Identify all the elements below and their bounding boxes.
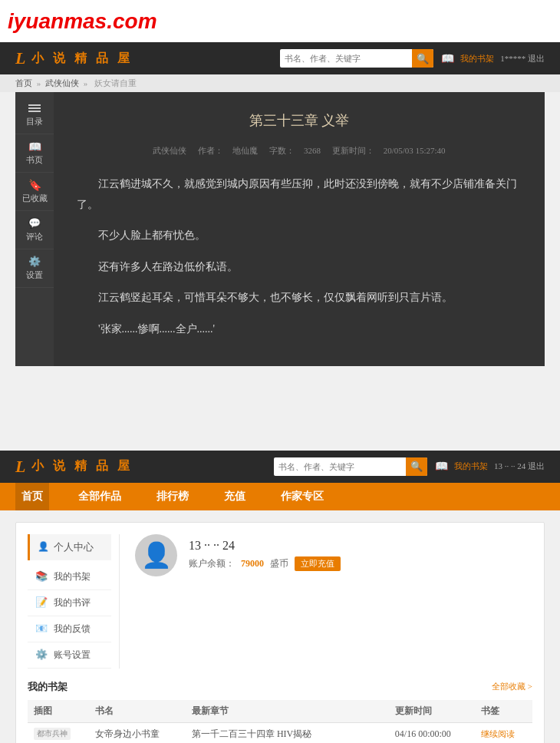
- header-right-reading: 📖 我的书架 1***** 退出: [441, 52, 545, 65]
- breadcrumb-category[interactable]: 武侠仙侠: [45, 78, 79, 88]
- search-input-reading[interactable]: [280, 49, 433, 68]
- bookshelf-link[interactable]: 我的书架: [460, 53, 494, 64]
- sidebar-label-comment: 评论: [26, 231, 43, 243]
- chapter-title: 第三十三章 义举: [77, 107, 522, 134]
- book-icon: 📖: [26, 140, 43, 153]
- nav-author-zone[interactable]: 作家专区: [275, 483, 330, 510]
- bookshelf-icon-2: 📖: [435, 460, 448, 473]
- bookshelf-icon: 📖: [441, 52, 454, 65]
- col-status: 插图: [28, 700, 89, 723]
- search-button-reading[interactable]: 🔍: [412, 49, 433, 68]
- logo-l-icon: L: [15, 48, 28, 68]
- logo-text-2: 小 说 精 品 屋: [31, 458, 133, 474]
- row1-time: 04/16 00:00:00: [389, 722, 475, 743]
- bookshelf-link-2[interactable]: 我的书架: [454, 461, 488, 472]
- person-icon: 👤: [38, 541, 49, 553]
- logo-dashboard: L 小 说 精 品 屋: [15, 457, 133, 477]
- recharge-button[interactable]: 立即充值: [295, 556, 341, 571]
- search-button-dashboard[interactable]: 🔍: [406, 457, 427, 476]
- user-details: 13 ·· ·· 24 账户余额： 79000 盛币 立即充值: [189, 539, 341, 571]
- breadcrumb-home[interactable]: 首页: [15, 78, 32, 88]
- menu-item-feedback-label: 我的反馈: [54, 622, 91, 636]
- breadcrumb-sep2: »: [84, 78, 88, 88]
- reading-layout: 目录 📖 书页 🔖 已收藏 💬 评论: [15, 92, 545, 366]
- bookshelf-section: 我的书架 全部收藏 > 插图 书名 最新章节 更新时间 书签: [16, 680, 544, 743]
- coins-label: 账户余额：: [189, 557, 235, 570]
- sidebar-item-collected[interactable]: 🔖 已收藏: [15, 173, 54, 211]
- col-action: 书签: [475, 700, 532, 723]
- menu-item-feedback[interactable]: 📧 我的反馈: [28, 616, 111, 642]
- meta-wordcount: 3268: [304, 146, 321, 155]
- row1-status: 都市兵神: [28, 722, 89, 743]
- search-box-dashboard: 🔍: [274, 457, 427, 476]
- coins-amount: 79000: [241, 558, 264, 570]
- bookshelf-title: 我的书架: [28, 680, 68, 694]
- sidebar-item-settings[interactable]: ⚙️ 设置: [15, 249, 54, 288]
- user-info-2: 13 ·· ·· 24 退出: [494, 461, 545, 472]
- reading-sidebar: 目录 📖 书页 🔖 已收藏 💬 评论: [15, 92, 54, 366]
- breadcrumb-sep1: »: [37, 78, 41, 88]
- breadcrumb: 首页 » 武侠仙侠 » 妖女请自重: [0, 74, 560, 92]
- para-1: 江云鹤进城不久，就感觉到城内原因有些压抑，此时还没到傍晚，就有不少店铺准备关门了…: [77, 174, 522, 215]
- meta-update-label: 更新时间：: [332, 146, 374, 155]
- sidebar-label-collected: 已收藏: [22, 193, 48, 204]
- col-bookname: 书名: [89, 700, 186, 723]
- continue-reading-btn-1[interactable]: 继续阅读: [481, 729, 515, 738]
- meta-author-label: 作者：: [198, 146, 223, 155]
- reading-section: L 小 说 精 品 屋 🔍 📖 我的书架 1***** 退出 首页 » 武侠仙侠…: [0, 42, 560, 389]
- sidebar-label-toc: 目录: [26, 116, 43, 127]
- coins-unit: 盛币: [270, 557, 288, 570]
- shelf-table-header: 插图 书名 最新章节 更新时间 书签: [28, 700, 532, 723]
- section-spacer: [0, 389, 560, 420]
- chapter-body: 江云鹤进城不久，就感觉到城内原因有些压抑，此时还没到傍晚，就有不少店铺准备关门了…: [77, 174, 522, 340]
- sidebar-item-comment[interactable]: 💬 评论: [15, 211, 54, 249]
- dashboard-panel: 👤 个人中心 📚 我的书架 📝 我的书评 📧 我的反馈 ⚙️ 账号设: [15, 522, 545, 743]
- row1-bookname: 女帝身边小书童: [89, 722, 186, 743]
- menu-item-bookshelf-label: 我的书架: [54, 570, 91, 583]
- menu-header-label: 个人中心: [54, 540, 94, 554]
- sidebar-item-page[interactable]: 📖 书页: [15, 134, 54, 173]
- lines-icon: [26, 102, 43, 114]
- menu-item-review-label: 我的书评: [54, 596, 91, 609]
- watermark-text: iyuanmas.com: [8, 9, 157, 34]
- header-dashboard: L 小 说 精 品 屋 🔍 📖 我的书架 13 ·· ·· 24 退出: [0, 451, 560, 483]
- meta-update-time: 20/05/03 15:27:40: [384, 146, 446, 155]
- comment-icon: 💬: [26, 217, 43, 230]
- para-4: 江云鹤竖起耳朵，可惜耳朵不够大，也不够长，仅仅飘着网听到只言片语。: [77, 288, 522, 309]
- bookshelf-more-link[interactable]: 全部收藏 >: [492, 681, 532, 692]
- logo-reading: L 小 说 精 品 屋: [15, 48, 133, 68]
- nav-recharge[interactable]: 充值: [218, 483, 252, 510]
- menu-item-bookshelf[interactable]: 📚 我的书架: [28, 564, 111, 590]
- chapter-meta: 武侠仙侠 作者：地仙魔 字数：3268 更新时间：20/05/03 15:27:…: [77, 143, 522, 159]
- dashboard-section: L 小 说 精 品 屋 🔍 📖 我的书架 13 ·· ·· 24 退出 首页 全…: [0, 451, 560, 743]
- header-reading: L 小 说 精 品 屋 🔍 📖 我的书架 1***** 退出: [0, 42, 560, 74]
- user-coins: 账户余额： 79000 盛币 立即充值: [189, 556, 341, 571]
- meta-author: 地仙魔: [232, 146, 258, 155]
- nav-home[interactable]: 首页: [15, 483, 49, 510]
- bookshelf-header: 我的书架 全部收藏 >: [28, 680, 532, 694]
- avatar: 👤: [135, 534, 177, 576]
- meta-category: 武侠仙侠: [153, 146, 186, 155]
- header-right-dashboard: 📖 我的书架 13 ·· ·· 24 退出: [435, 460, 545, 473]
- row1-action[interactable]: 继续阅读: [475, 722, 532, 743]
- menu-item-review[interactable]: 📝 我的书评: [28, 590, 111, 616]
- user-info-panel: 👤 13 ·· ·· 24 账户余额： 79000 盛币 立即充值: [135, 534, 532, 576]
- status-badge: 都市兵神: [34, 728, 71, 740]
- nav-all-works[interactable]: 全部作品: [72, 483, 127, 510]
- bookshelf-menu-icon: 📚: [35, 570, 48, 583]
- nav-rankings[interactable]: 排行榜: [150, 483, 195, 510]
- account-menu-icon: ⚙️: [35, 649, 48, 661]
- chapter-content: 第三十三章 义举 武侠仙侠 作者：地仙魔 字数：3268 更新时间：20/05/…: [54, 92, 545, 366]
- para-3: 还有许多人在路边低价私语。: [77, 257, 522, 278]
- dashboard-inner: 👤 个人中心 📚 我的书架 📝 我的书评 📧 我的反馈 ⚙️ 账号设: [16, 523, 544, 680]
- col-updatetime: 更新时间: [389, 700, 475, 723]
- right-content: 👤 13 ·· ·· 24 账户余额： 79000 盛币 立即充值: [120, 534, 532, 669]
- menu-header: 👤 个人中心: [28, 534, 111, 560]
- username: 13 ·· ·· 24: [189, 539, 341, 553]
- sidebar-label-page: 书页: [26, 154, 43, 166]
- left-menu: 👤 个人中心 📚 我的书架 📝 我的书评 📧 我的反馈 ⚙️ 账号设: [28, 534, 120, 669]
- gear-icon: ⚙️: [26, 256, 43, 268]
- search-input-dashboard[interactable]: [274, 457, 427, 476]
- menu-item-account[interactable]: ⚙️ 账号设置: [28, 642, 111, 669]
- sidebar-item-toc[interactable]: 目录: [15, 96, 54, 134]
